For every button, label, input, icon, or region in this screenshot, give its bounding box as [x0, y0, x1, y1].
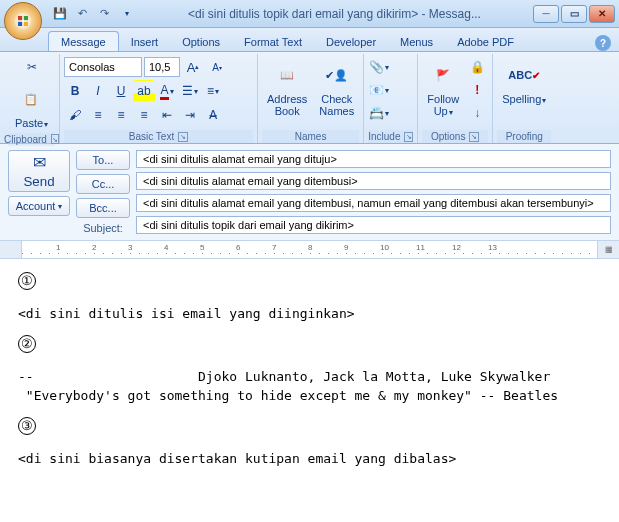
- increase-indent-icon[interactable]: ⇥: [179, 104, 201, 126]
- body-line: <di sini biasanya disertakan kutipan ema…: [18, 449, 601, 469]
- message-header: ✉ Send Account▾ To... Cc... Bcc... Subje…: [0, 144, 619, 241]
- subject-label: Subject:: [76, 222, 130, 234]
- font-color-icon[interactable]: A▾: [156, 80, 178, 102]
- ruler-tick: 3: [128, 243, 132, 252]
- redo-icon[interactable]: ↷: [94, 4, 114, 24]
- body-line: "Everybody's got something to hide excep…: [18, 386, 601, 406]
- bcc-input[interactable]: [136, 194, 611, 212]
- underline-icon[interactable]: U: [110, 80, 132, 102]
- low-importance-icon[interactable]: ↓: [466, 102, 488, 124]
- tab-developer[interactable]: Developer: [314, 32, 388, 51]
- business-card-icon[interactable]: 📇▾: [368, 102, 390, 124]
- envelope-icon: ✉: [33, 153, 46, 172]
- include-launcher[interactable]: ↘: [404, 132, 413, 142]
- attach-item-icon[interactable]: 📧▾: [368, 79, 390, 101]
- grow-font-icon[interactable]: A▴: [182, 56, 204, 78]
- qat-more-icon[interactable]: ▾: [116, 4, 136, 24]
- align-left-icon[interactable]: ≡: [87, 104, 109, 126]
- include-group-label: Include: [368, 131, 400, 142]
- proofing-group-label: Proofing: [497, 130, 551, 143]
- align-right-icon[interactable]: ≡: [133, 104, 155, 126]
- cc-button[interactable]: Cc...: [76, 174, 130, 194]
- italic-icon[interactable]: I: [87, 80, 109, 102]
- address-book-label: Address Book: [267, 93, 307, 117]
- tab-format-text[interactable]: Format Text: [232, 32, 314, 51]
- numbering-icon[interactable]: ≡▾: [202, 80, 224, 102]
- ruler-tick: 7: [272, 243, 276, 252]
- maximize-button[interactable]: ▭: [561, 5, 587, 23]
- bcc-button[interactable]: Bcc...: [76, 198, 130, 218]
- high-importance-icon[interactable]: !: [466, 79, 488, 101]
- address-book-button[interactable]: 📖 Address Book: [262, 56, 312, 120]
- account-label: Account: [16, 200, 56, 212]
- group-include: 📎▾ 📧▾ 📇▾ Include↘: [364, 54, 418, 143]
- ruler-tick: 5: [200, 243, 204, 252]
- ruler-scale[interactable]: 1 2 3 4 5 6 7 8 9 10 11 12 13: [22, 241, 597, 258]
- group-basic-text: A▴ A▾ B I U ab A▾ ☰▾ ≡▾ 🖌 ≡ ≡ ≡ ⇤ ⇥ A̶: [60, 54, 258, 143]
- office-button[interactable]: [4, 2, 42, 40]
- bullets-icon[interactable]: ☰▾: [179, 80, 201, 102]
- highlight-icon[interactable]: ab: [133, 80, 155, 102]
- ruler-tick: 13: [488, 243, 497, 252]
- shrink-font-icon[interactable]: A▾: [206, 56, 228, 78]
- clipboard-launcher[interactable]: ↘: [51, 134, 59, 144]
- tab-adobe-pdf[interactable]: Adobe PDF: [445, 32, 526, 51]
- permission-icon[interactable]: 🔒: [466, 56, 488, 78]
- body-line: <di sini ditulis isi email yang diingink…: [18, 304, 601, 324]
- tab-insert[interactable]: Insert: [119, 32, 171, 51]
- help-icon[interactable]: ?: [595, 35, 611, 51]
- marker-1: ①: [18, 272, 36, 290]
- body-line: -- Djoko Luknanto, Jack la Motta, Luke S…: [18, 367, 601, 387]
- ruler: 1 2 3 4 5 6 7 8 9 10 11 12 13 ▦: [0, 241, 619, 259]
- message-body[interactable]: ① <di sini ditulis isi email yang diingi…: [0, 259, 619, 491]
- close-button[interactable]: ✕: [589, 5, 615, 23]
- ruler-toggle-icon[interactable]: ▦: [597, 241, 619, 258]
- to-input[interactable]: [136, 150, 611, 168]
- spelling-label: Spelling: [502, 93, 541, 105]
- tab-options[interactable]: Options: [170, 32, 232, 51]
- marker-2: ②: [18, 335, 36, 353]
- group-proofing: ABC✔ Spelling▾ Proofing: [493, 54, 555, 143]
- follow-up-label: Follow Up: [427, 93, 459, 117]
- subject-input[interactable]: [136, 216, 611, 234]
- svg-rect-3: [18, 21, 22, 25]
- check-names-button[interactable]: ✔👤 Check Names: [314, 56, 359, 120]
- bold-icon[interactable]: B: [64, 80, 86, 102]
- basictext-launcher[interactable]: ↘: [178, 132, 188, 142]
- check-names-label: Check Names: [319, 93, 354, 117]
- ruler-tick: 6: [236, 243, 240, 252]
- ruler-tick: 4: [164, 243, 168, 252]
- paste-button[interactable]: 📋 Paste▾: [10, 80, 53, 133]
- attach-file-icon[interactable]: 📎▾: [368, 56, 390, 78]
- ribbon-tabs: Message Insert Options Format Text Devel…: [0, 28, 619, 52]
- send-button[interactable]: ✉ Send: [8, 150, 70, 192]
- font-name-input[interactable]: [64, 57, 142, 77]
- ribbon: ✂ 📋 Paste▾ Clipboard↘ A▴ A▾ B I U ab A▾: [0, 52, 619, 144]
- names-group-label: Names: [262, 130, 359, 143]
- save-icon[interactable]: 💾: [50, 4, 70, 24]
- group-clipboard: ✂ 📋 Paste▾ Clipboard↘: [4, 54, 60, 143]
- options-group-label: Options: [431, 131, 465, 142]
- cut-icon[interactable]: ✂: [21, 56, 43, 78]
- tab-menus[interactable]: Menus: [388, 32, 445, 51]
- svg-rect-1: [18, 16, 22, 20]
- decrease-indent-icon[interactable]: ⇤: [156, 104, 178, 126]
- minimize-button[interactable]: ─: [533, 5, 559, 23]
- account-button[interactable]: Account▾: [8, 196, 70, 216]
- paste-icon: 📋: [15, 83, 47, 115]
- ruler-tick: 8: [308, 243, 312, 252]
- to-button[interactable]: To...: [76, 150, 130, 170]
- align-center-icon[interactable]: ≡: [110, 104, 132, 126]
- options-launcher[interactable]: ↘: [469, 132, 479, 142]
- follow-up-button[interactable]: 🚩 Follow Up▾: [422, 56, 464, 121]
- clear-format-icon[interactable]: A̶: [202, 104, 224, 126]
- tab-message[interactable]: Message: [48, 31, 119, 51]
- group-names: 📖 Address Book ✔👤 Check Names Names: [258, 54, 364, 143]
- format-painter-icon[interactable]: 🖌: [64, 104, 86, 126]
- cc-input[interactable]: [136, 172, 611, 190]
- send-label: Send: [23, 174, 54, 189]
- font-size-input[interactable]: [144, 57, 180, 77]
- ruler-tab-selector[interactable]: [0, 241, 22, 258]
- undo-icon[interactable]: ↶: [72, 4, 92, 24]
- spelling-button[interactable]: ABC✔ Spelling▾: [497, 56, 551, 109]
